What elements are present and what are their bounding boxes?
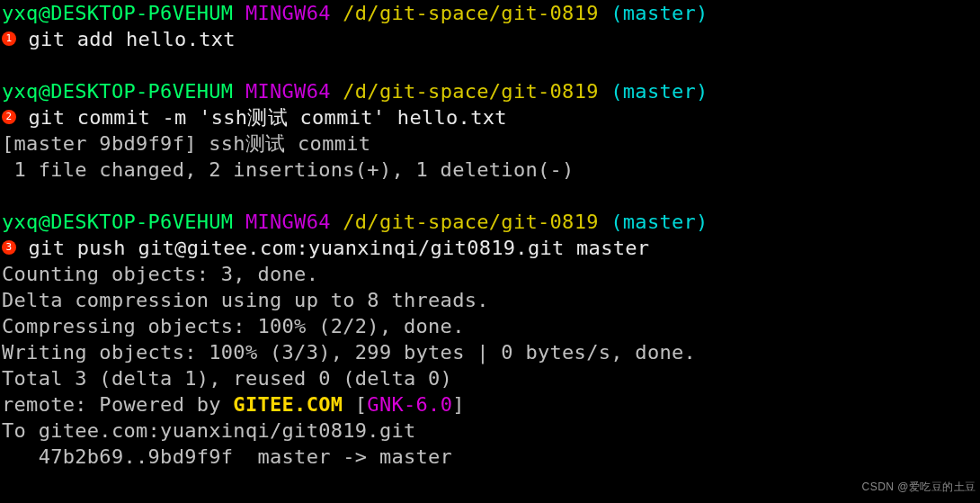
output-push-remote: remote: Powered by GITEE.COM [GNK-6.0] <box>2 391 980 418</box>
output-push-write: Writing objects: 100% (3/3), 299 bytes |… <box>2 339 980 365</box>
prompt-env: MINGW64 <box>245 2 331 24</box>
output-commit-hash: [master 9bd9f9f] ssh测试 commit <box>2 130 980 157</box>
gnk-version: GNK-6.0 <box>367 393 452 416</box>
output-push-total: Total 3 (delta 1), reused 0 (delta 0) <box>2 365 980 391</box>
prompt-line-3: yxq@DESKTOP-P6VEHUM MINGW64 /d/git-space… <box>2 209 980 235</box>
step-badge-3: 3 <box>2 240 16 255</box>
command-add[interactable]: 1 git add hello.txt <box>2 26 980 52</box>
prompt-branch: (master) <box>610 2 708 24</box>
output-push-delta: Delta compression using up to 8 threads. <box>2 287 980 313</box>
prompt-line-2: yxq@DESKTOP-P6VEHUM MINGW64 /d/git-space… <box>2 78 980 104</box>
prompt-env: MINGW64 <box>245 211 331 233</box>
command-text: git push git@gitee.com:yuanxinqi/git0819… <box>16 237 649 259</box>
blank-line <box>2 52 980 78</box>
output-push-count: Counting objects: 3, done. <box>2 261 980 287</box>
prompt-user: yxq@DESKTOP-P6VEHUM <box>2 2 233 24</box>
prompt-user: yxq@DESKTOP-P6VEHUM <box>2 80 233 103</box>
command-text: git add hello.txt <box>16 28 236 50</box>
output-commit-stat: 1 file changed, 2 insertions(+), 1 delet… <box>2 157 980 183</box>
prompt-user: yxq@DESKTOP-P6VEHUM <box>2 211 233 233</box>
command-push[interactable]: 3 git push git@gitee.com:yuanxinqi/git08… <box>2 235 980 261</box>
bracket-close: ] <box>452 393 465 416</box>
command-text: git commit -m 'ssh测试 commit' hello.txt <box>16 106 507 129</box>
remote-prefix: remote: Powered by <box>2 393 233 416</box>
prompt-path: /d/git-space/git-0819 <box>343 2 598 24</box>
prompt-path: /d/git-space/git-0819 <box>343 211 598 233</box>
prompt-branch: (master) <box>610 211 708 233</box>
blank-line <box>2 183 980 209</box>
prompt-env: MINGW64 <box>245 80 331 103</box>
step-badge-2: 2 <box>2 110 16 124</box>
prompt-path: /d/git-space/git-0819 <box>343 80 598 103</box>
watermark: CSDN @爱吃豆的土豆 <box>861 474 976 500</box>
command-commit[interactable]: 2 git commit -m 'ssh测试 commit' hello.txt <box>2 104 980 130</box>
gitee-label: GITEE.COM <box>233 393 343 416</box>
prompt-line-1: yxq@DESKTOP-P6VEHUM MINGW64 /d/git-space… <box>2 0 980 26</box>
output-push-target: To gitee.com:yuanxinqi/git0819.git <box>2 418 980 444</box>
step-badge-1: 1 <box>2 31 16 46</box>
output-push-ref: 47b2b69..9bd9f9f master -> master <box>2 444 980 470</box>
output-push-compress: Compressing objects: 100% (2/2), done. <box>2 313 980 339</box>
prompt-branch: (master) <box>610 80 708 103</box>
bracket-open: [ <box>343 393 367 416</box>
